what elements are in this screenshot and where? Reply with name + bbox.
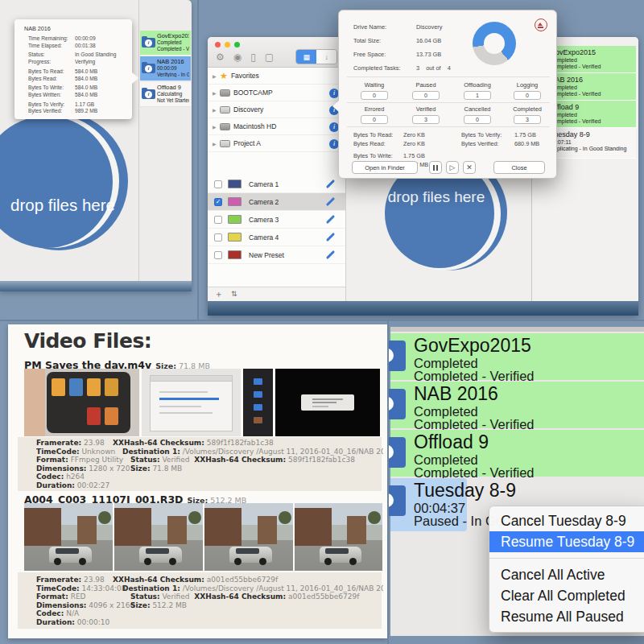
zoom-button[interactable] [234, 42, 240, 47]
folder-info-icon[interactable]: i [142, 64, 155, 73]
report-document: Video Files: PM Saves the day.m4vSize:71… [8, 324, 387, 638]
screenshot-panel-3: Video Files: PM Saves the day.m4vSize:71… [0, 321, 387, 644]
edit-pencil-icon[interactable] [326, 233, 335, 242]
edit-pencil-icon[interactable] [326, 197, 335, 206]
task-status-line2: Verifying - In Good Standing [157, 72, 189, 78]
folder-info-icon[interactable]: i [389, 437, 406, 468]
gear-icon[interactable]: ⚙ [216, 50, 225, 64]
sidebar-item-favorites[interactable]: ▶ ★ Favorites [208, 68, 345, 85]
status-logging: Logging0 [503, 81, 551, 100]
sidebar-item-discovery[interactable]: ▶ Discovery i [208, 101, 345, 118]
drive-icon [220, 140, 230, 147]
tag-icon[interactable]: ▢ [265, 50, 274, 64]
status-count: 0 [514, 91, 541, 100]
disclosure-triangle-icon[interactable]: ▶ [213, 90, 220, 96]
preset-row-camera3[interactable]: Camera 3 [208, 211, 345, 229]
status-waiting: Waiting0 [350, 81, 398, 100]
metadata-right: XXHash-64 Checksum: a001ed55bbe6729f Des… [113, 576, 383, 609]
folder-info-icon[interactable]: i [142, 38, 155, 47]
preset-row-camera4[interactable]: Camera 4 [208, 229, 345, 246]
checkbox[interactable] [214, 180, 222, 188]
task-item-offload9[interactable]: i Offload 9 Calculating Not Yet Started [140, 82, 191, 107]
video-thumbnail [142, 369, 241, 436]
disclosure-triangle-icon[interactable]: ▶ [213, 141, 220, 147]
status-offloading: Offloading1 [453, 81, 502, 100]
menu-item-resume-tuesday[interactable]: Resume Tuesday 8-9 [489, 531, 644, 552]
checkbox-checked[interactable]: ✓ [214, 198, 222, 206]
sidebar: ▶ ★ Favorites ▶ BOOTCAMP i ▶ Discovery i… [208, 68, 346, 287]
task-item-offload9[interactable]: Offload 9 Completed Completed - Verified [546, 101, 636, 128]
task-item-offload9[interactable]: i Offload 9 Completed Completed - Verifi… [390, 430, 644, 477]
video-thumbnail [295, 503, 382, 571]
task-status-line1: 00:00:09 [157, 65, 189, 72]
minimize-button[interactable] [225, 42, 230, 47]
disc-icon[interactable]: ◉ [233, 50, 242, 64]
context-menu: Cancel Tuesday 8-9 Resume Tuesday 8-9 Ca… [489, 506, 644, 633]
sidebar-item-macintosh-hd[interactable]: ▶ Macintosh HD i [208, 118, 345, 135]
task-name: NAB 2016 [157, 59, 189, 66]
cancel-task-button[interactable]: ✕ [463, 161, 476, 174]
task-detail-tooltip: NAB 2016 Time Remaining:00:00:09 Time El… [14, 19, 132, 119]
sidebar-item-project-a[interactable]: ▶ Project A i [208, 135, 345, 152]
grid-view-icon[interactable]: ▦ [296, 50, 316, 64]
screenshot-panel-2: ⚙ ◉ ▯ ▢ ▦ ↓ ▶ ★ Favorites ▶ BOOTCAMP [199, 0, 644, 320]
close-button[interactable] [215, 42, 221, 47]
task-name: Offload 9 [157, 85, 189, 92]
status-count: 1 [464, 91, 491, 100]
task-status-line1: Completed [157, 39, 189, 46]
pause-button[interactable] [429, 161, 442, 174]
edit-pencil-icon[interactable] [326, 215, 335, 224]
import-icon[interactable]: ↓ [316, 50, 336, 64]
device-icon[interactable]: ▯ [250, 50, 256, 64]
separator [347, 102, 550, 103]
sidebar-item-bootcamp[interactable]: ▶ BOOTCAMP i [208, 85, 345, 101]
menu-separator [489, 558, 644, 559]
edit-pencil-icon[interactable] [326, 180, 335, 188]
folder-info-icon[interactable]: i [142, 89, 155, 99]
play-button[interactable]: ▷ [446, 161, 459, 174]
task-item-govexpo2015[interactable]: GovExpo2015 Completed Completed - Verifi… [546, 46, 636, 73]
popover-tail [332, 101, 339, 112]
edit-pencil-icon[interactable] [326, 250, 335, 259]
disclosure-triangle-icon[interactable]: ▶ [213, 107, 220, 113]
task-item-nab2016[interactable]: NAB 2016 Completed Completed - Verified [546, 73, 636, 101]
menu-item-resume-all-paused[interactable]: Resume All Paused [489, 606, 644, 627]
completed-tasks-row: Completed Tasks: 3 out of 4 [353, 64, 451, 72]
status-verified: Verified3 [402, 105, 450, 124]
checkbox[interactable] [214, 216, 222, 224]
task-item-govexpo[interactable]: i GovExpo2015 Completed Completed - Veri… [140, 31, 191, 56]
offload-window-1: drop files here i GovExpo2015 Completed … [0, 0, 192, 291]
open-in-finder-button[interactable]: Open in Finder [352, 161, 418, 174]
menu-item-cancel-tuesday[interactable]: Cancel Tuesday 8-9 [489, 510, 644, 531]
separator [347, 76, 550, 77]
view-segmented-control: ▦ ↓ [295, 49, 337, 64]
preset-row-camera1[interactable]: Camera 1 [208, 175, 345, 193]
checkbox[interactable] [214, 233, 222, 242]
report-heading: Video Files: [24, 329, 151, 353]
menu-item-clear-all-completed[interactable]: Clear All Completed [489, 585, 644, 606]
folder-info-icon[interactable]: i [389, 389, 406, 419]
preset-row-new-preset[interactable]: New Preset [208, 246, 345, 264]
disclosure-triangle-icon[interactable]: ▶ [213, 73, 220, 79]
disclosure-triangle-icon[interactable]: ▶ [213, 124, 220, 130]
close-button[interactable]: Close [493, 161, 545, 174]
tooltip-tail [132, 72, 138, 84]
task-item-govexpo2015[interactable]: i GovExpo2015 Completed Completed - Veri… [390, 333, 644, 380]
eject-icon[interactable] [535, 19, 547, 31]
tooltip-title: NAB 2016 [24, 25, 129, 32]
menu-item-cancel-all-active[interactable]: Cancel All Active [489, 564, 644, 585]
sort-button[interactable]: ⇅ [231, 290, 237, 299]
add-preset-button[interactable]: ＋ [214, 290, 223, 299]
task-item-tuesday[interactable]: Tuesday 8-9 00:07:11 Replicating - In Go… [546, 128, 636, 159]
task-item-nab2016[interactable]: i NAB 2016 00:00:09 Verifying - In Good … [140, 56, 191, 81]
checkbox[interactable] [214, 251, 222, 259]
drive-icon [220, 123, 230, 130]
task-status-line2: Not Yet Started [157, 97, 189, 104]
status-cancelled: Cancelled0 [453, 105, 502, 124]
folder-info-icon[interactable]: i [389, 485, 406, 516]
task-item-nab2016[interactable]: i NAB 2016 Completed Completed - Verifie… [390, 382, 644, 428]
video-thumbnail [24, 503, 113, 571]
preset-row-camera2[interactable]: ✓ Camera 2 [208, 193, 345, 211]
video-thumbnail [243, 369, 273, 436]
folder-info-icon[interactable]: i [389, 341, 406, 371]
